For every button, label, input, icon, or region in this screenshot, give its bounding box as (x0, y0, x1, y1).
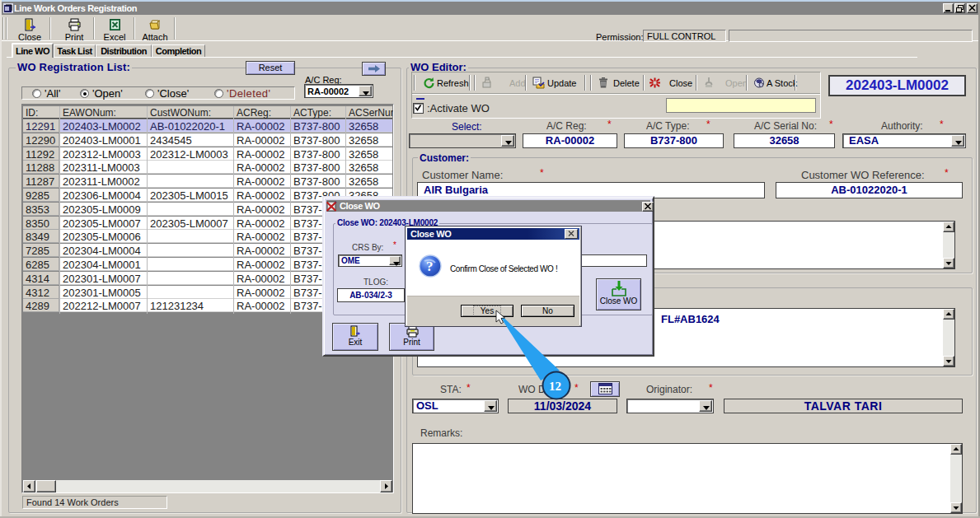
svg-text:12: 12 (549, 380, 561, 393)
svg-text:?: ? (426, 259, 434, 274)
